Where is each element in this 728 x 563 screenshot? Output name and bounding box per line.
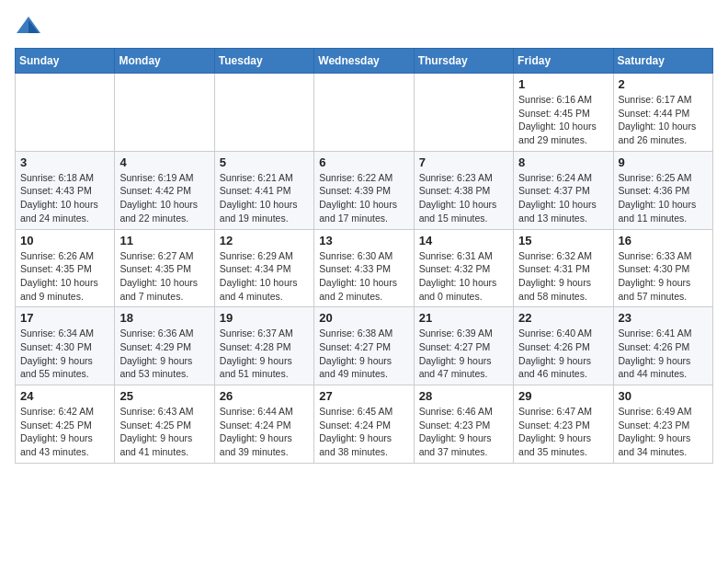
calendar-cell: 21Sunrise: 6:39 AM Sunset: 4:27 PM Dayli… bbox=[414, 307, 513, 385]
day-info: Sunrise: 6:18 AM Sunset: 4:43 PM Dayligh… bbox=[20, 171, 109, 225]
day-number: 19 bbox=[220, 311, 309, 325]
day-number: 22 bbox=[518, 311, 608, 325]
calendar-cell: 26Sunrise: 6:44 AM Sunset: 4:24 PM Dayli… bbox=[214, 385, 313, 464]
day-info: Sunrise: 6:26 AM Sunset: 4:35 PM Dayligh… bbox=[20, 249, 109, 304]
calendar-cell: 22Sunrise: 6:40 AM Sunset: 4:26 PM Dayli… bbox=[514, 307, 613, 385]
calendar-cell: 2Sunrise: 6:17 AM Sunset: 4:44 PM Daylig… bbox=[613, 74, 712, 152]
day-info: Sunrise: 6:25 AM Sunset: 4:36 PM Dayligh… bbox=[619, 171, 708, 225]
weekday-header-tuesday: Tuesday bbox=[214, 49, 313, 74]
calendar-cell bbox=[214, 74, 313, 152]
day-number: 27 bbox=[319, 389, 408, 403]
day-info: Sunrise: 6:40 AM Sunset: 4:26 PM Dayligh… bbox=[518, 327, 608, 381]
day-info: Sunrise: 6:19 AM Sunset: 4:42 PM Dayligh… bbox=[119, 171, 209, 225]
day-info: Sunrise: 6:41 AM Sunset: 4:26 PM Dayligh… bbox=[619, 327, 708, 381]
calendar-cell: 7Sunrise: 6:23 AM Sunset: 4:38 PM Daylig… bbox=[414, 151, 513, 229]
calendar-cell: 23Sunrise: 6:41 AM Sunset: 4:26 PM Dayli… bbox=[613, 307, 712, 385]
calendar-cell bbox=[115, 74, 214, 152]
day-number: 10 bbox=[20, 234, 109, 247]
calendar-cell: 25Sunrise: 6:43 AM Sunset: 4:25 PM Dayli… bbox=[115, 385, 214, 464]
day-info: Sunrise: 6:42 AM Sunset: 4:25 PM Dayligh… bbox=[20, 405, 109, 459]
weekday-header-friday: Friday bbox=[514, 49, 613, 74]
day-info: Sunrise: 6:22 AM Sunset: 4:39 PM Dayligh… bbox=[319, 171, 408, 225]
day-info: Sunrise: 6:49 AM Sunset: 4:23 PM Dayligh… bbox=[619, 405, 708, 459]
day-number: 28 bbox=[419, 389, 508, 403]
day-number: 3 bbox=[20, 155, 109, 169]
calendar-week-row: 3Sunrise: 6:18 AM Sunset: 4:43 PM Daylig… bbox=[16, 151, 713, 229]
calendar-cell: 20Sunrise: 6:38 AM Sunset: 4:27 PM Dayli… bbox=[314, 307, 414, 385]
day-number: 30 bbox=[619, 389, 708, 403]
calendar-cell bbox=[414, 74, 513, 152]
day-number: 6 bbox=[319, 155, 408, 169]
calendar-body: 1Sunrise: 6:16 AM Sunset: 4:45 PM Daylig… bbox=[16, 74, 713, 464]
day-number: 24 bbox=[20, 389, 109, 403]
day-number: 23 bbox=[619, 311, 708, 325]
day-number: 5 bbox=[220, 155, 309, 169]
day-info: Sunrise: 6:17 AM Sunset: 4:44 PM Dayligh… bbox=[619, 93, 708, 147]
calendar-cell: 3Sunrise: 6:18 AM Sunset: 4:43 PM Daylig… bbox=[16, 151, 115, 229]
day-number: 16 bbox=[619, 234, 708, 247]
calendar-cell bbox=[16, 74, 115, 152]
day-info: Sunrise: 6:38 AM Sunset: 4:27 PM Dayligh… bbox=[319, 327, 408, 381]
day-info: Sunrise: 6:36 AM Sunset: 4:29 PM Dayligh… bbox=[119, 327, 209, 381]
calendar-week-row: 1Sunrise: 6:16 AM Sunset: 4:45 PM Daylig… bbox=[16, 74, 713, 152]
day-number: 15 bbox=[518, 234, 608, 247]
calendar-week-row: 10Sunrise: 6:26 AM Sunset: 4:35 PM Dayli… bbox=[16, 229, 713, 307]
day-info: Sunrise: 6:37 AM Sunset: 4:28 PM Dayligh… bbox=[220, 327, 309, 381]
day-number: 13 bbox=[319, 234, 408, 247]
day-info: Sunrise: 6:29 AM Sunset: 4:34 PM Dayligh… bbox=[220, 249, 309, 304]
day-info: Sunrise: 6:24 AM Sunset: 4:37 PM Dayligh… bbox=[518, 171, 608, 225]
day-info: Sunrise: 6:21 AM Sunset: 4:41 PM Dayligh… bbox=[220, 171, 309, 225]
day-number: 9 bbox=[619, 155, 708, 169]
weekday-header-monday: Monday bbox=[115, 49, 214, 74]
calendar-cell: 15Sunrise: 6:32 AM Sunset: 4:31 PM Dayli… bbox=[514, 229, 613, 307]
calendar-cell: 5Sunrise: 6:21 AM Sunset: 4:41 PM Daylig… bbox=[214, 151, 313, 229]
day-number: 18 bbox=[119, 311, 209, 325]
calendar-cell: 24Sunrise: 6:42 AM Sunset: 4:25 PM Dayli… bbox=[16, 385, 115, 464]
day-info: Sunrise: 6:32 AM Sunset: 4:31 PM Dayligh… bbox=[518, 249, 608, 304]
calendar-cell: 9Sunrise: 6:25 AM Sunset: 4:36 PM Daylig… bbox=[613, 151, 712, 229]
page-header bbox=[15, 15, 713, 37]
day-number: 4 bbox=[119, 155, 209, 169]
calendar-cell: 27Sunrise: 6:45 AM Sunset: 4:24 PM Dayli… bbox=[314, 385, 414, 464]
calendar-cell: 13Sunrise: 6:30 AM Sunset: 4:33 PM Dayli… bbox=[314, 229, 414, 307]
calendar-cell: 19Sunrise: 6:37 AM Sunset: 4:28 PM Dayli… bbox=[214, 307, 313, 385]
day-number: 20 bbox=[319, 311, 408, 325]
weekday-header-wednesday: Wednesday bbox=[314, 49, 414, 74]
calendar-cell: 1Sunrise: 6:16 AM Sunset: 4:45 PM Daylig… bbox=[514, 74, 613, 152]
day-info: Sunrise: 6:16 AM Sunset: 4:45 PM Dayligh… bbox=[518, 93, 608, 147]
calendar-cell: 30Sunrise: 6:49 AM Sunset: 4:23 PM Dayli… bbox=[613, 385, 712, 464]
weekday-header-row: SundayMondayTuesdayWednesdayThursdayFrid… bbox=[16, 49, 713, 74]
day-number: 17 bbox=[20, 311, 109, 325]
day-number: 12 bbox=[220, 234, 309, 247]
day-info: Sunrise: 6:33 AM Sunset: 4:30 PM Dayligh… bbox=[619, 249, 708, 304]
day-info: Sunrise: 6:45 AM Sunset: 4:24 PM Dayligh… bbox=[319, 405, 408, 459]
day-number: 29 bbox=[518, 389, 608, 403]
day-info: Sunrise: 6:30 AM Sunset: 4:33 PM Dayligh… bbox=[319, 249, 408, 304]
calendar-week-row: 24Sunrise: 6:42 AM Sunset: 4:25 PM Dayli… bbox=[16, 385, 713, 464]
calendar-cell: 14Sunrise: 6:31 AM Sunset: 4:32 PM Dayli… bbox=[414, 229, 513, 307]
day-info: Sunrise: 6:43 AM Sunset: 4:25 PM Dayligh… bbox=[119, 405, 209, 459]
day-info: Sunrise: 6:23 AM Sunset: 4:38 PM Dayligh… bbox=[419, 171, 508, 225]
calendar-cell: 8Sunrise: 6:24 AM Sunset: 4:37 PM Daylig… bbox=[514, 151, 613, 229]
day-info: Sunrise: 6:47 AM Sunset: 4:23 PM Dayligh… bbox=[518, 405, 608, 459]
day-info: Sunrise: 6:46 AM Sunset: 4:23 PM Dayligh… bbox=[419, 405, 508, 459]
day-number: 2 bbox=[619, 77, 708, 91]
logo-icon bbox=[15, 15, 42, 37]
weekday-header-thursday: Thursday bbox=[414, 49, 513, 74]
day-number: 21 bbox=[419, 311, 508, 325]
calendar-cell: 29Sunrise: 6:47 AM Sunset: 4:23 PM Dayli… bbox=[514, 385, 613, 464]
calendar-cell: 16Sunrise: 6:33 AM Sunset: 4:30 PM Dayli… bbox=[613, 229, 712, 307]
logo bbox=[15, 15, 46, 37]
calendar-cell: 12Sunrise: 6:29 AM Sunset: 4:34 PM Dayli… bbox=[214, 229, 313, 307]
day-number: 25 bbox=[119, 389, 209, 403]
day-number: 7 bbox=[419, 155, 508, 169]
day-info: Sunrise: 6:27 AM Sunset: 4:35 PM Dayligh… bbox=[119, 249, 209, 304]
calendar-cell bbox=[314, 74, 414, 152]
weekday-header-saturday: Saturday bbox=[613, 49, 712, 74]
calendar-cell: 6Sunrise: 6:22 AM Sunset: 4:39 PM Daylig… bbox=[314, 151, 414, 229]
day-number: 1 bbox=[518, 77, 608, 91]
day-info: Sunrise: 6:34 AM Sunset: 4:30 PM Dayligh… bbox=[20, 327, 109, 381]
calendar-cell: 10Sunrise: 6:26 AM Sunset: 4:35 PM Dayli… bbox=[16, 229, 115, 307]
calendar-cell: 28Sunrise: 6:46 AM Sunset: 4:23 PM Dayli… bbox=[414, 385, 513, 464]
calendar-cell: 11Sunrise: 6:27 AM Sunset: 4:35 PM Dayli… bbox=[115, 229, 214, 307]
